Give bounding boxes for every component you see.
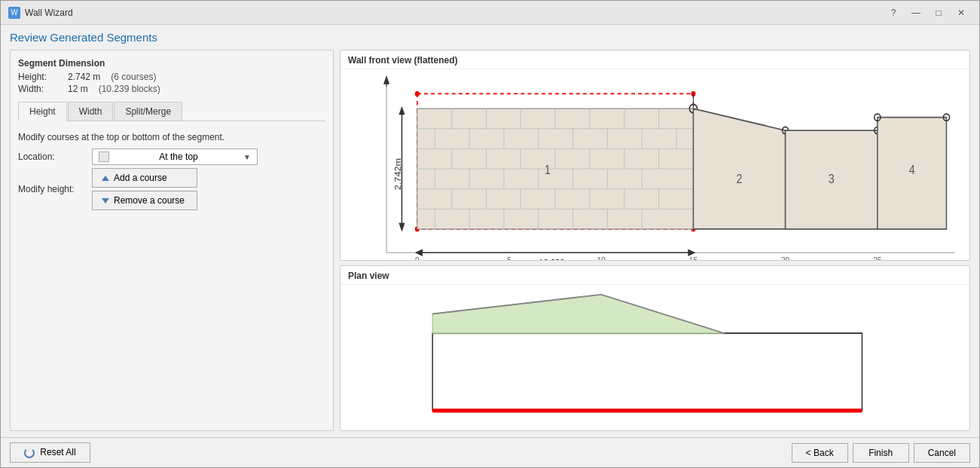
- maximize-button[interactable]: □: [928, 5, 949, 21]
- down-arrow-icon: [102, 198, 109, 203]
- height-value: 2.742 m: [68, 72, 100, 82]
- reset-all-button[interactable]: Reset All: [10, 442, 90, 463]
- tab-width[interactable]: Width: [68, 102, 114, 121]
- course-buttons: Add a course Remove a course: [92, 168, 197, 210]
- svg-text:20: 20: [781, 255, 789, 261]
- svg-text:15: 15: [689, 255, 698, 261]
- left-panel: Segment Dimension Height: 2.742 m (6 cou…: [10, 50, 334, 431]
- app-icon: W: [8, 7, 20, 19]
- width-value: 12 m: [68, 84, 88, 94]
- svg-text:10: 10: [597, 255, 606, 261]
- remove-course-button[interactable]: Remove a course: [92, 191, 197, 210]
- window-controls: ? — □ ✕: [883, 5, 972, 21]
- main-content: Review Generated Segments Segment Dimens…: [1, 25, 979, 437]
- height-extra: (6 courses): [111, 72, 156, 82]
- svg-text:0: 0: [415, 255, 420, 261]
- window-title: Wall Wizard: [25, 8, 883, 18]
- svg-marker-69: [383, 75, 389, 84]
- finish-button[interactable]: Finish: [853, 443, 909, 463]
- segment-1-label: 1: [545, 163, 551, 176]
- width-label: Width:: [18, 84, 63, 94]
- remove-course-label: Remove a course: [114, 195, 185, 206]
- location-value: At the top: [159, 151, 197, 162]
- segment-dimension-section: Segment Dimension Height: 2.742 m (6 cou…: [18, 58, 325, 96]
- tab-height[interactable]: Height: [18, 102, 67, 121]
- width-row: Width: 12 m (10.239 blocks): [18, 84, 325, 94]
- close-button[interactable]: ✕: [951, 5, 972, 21]
- add-course-button[interactable]: Add a course: [92, 168, 197, 188]
- svg-marker-66: [398, 106, 405, 115]
- svg-text:25: 25: [873, 255, 881, 261]
- reset-label: Reset All: [40, 447, 75, 457]
- bottom-bar: Reset All < Back Finish Cancel: [1, 437, 979, 467]
- segment-2-label: 2: [737, 172, 743, 185]
- width-dimension: 12.000m: [539, 257, 572, 261]
- location-field-row: Location: At the top ▼: [18, 148, 325, 165]
- plan-view-box: Plan view: [340, 265, 970, 431]
- minimize-button[interactable]: —: [905, 5, 927, 21]
- back-button[interactable]: < Back: [792, 443, 848, 463]
- chevron-down-icon: ▼: [243, 153, 251, 161]
- svg-marker-80: [432, 295, 724, 333]
- help-button[interactable]: ?: [883, 5, 904, 21]
- front-view-title: Wall front view (flattened): [340, 50, 969, 69]
- modify-height-row: Modify height: Add a course Remove a cou…: [18, 168, 325, 210]
- add-course-label: Add a course: [114, 173, 167, 183]
- height-dimension: 2.742m: [393, 158, 403, 190]
- svg-point-3: [415, 91, 420, 96]
- modify-height-label: Modify height:: [18, 184, 86, 194]
- window: W Wall Wizard ? — □ ✕ Review Generated S…: [0, 0, 980, 468]
- front-view-box: Wall front view (flattened): [340, 50, 970, 261]
- location-dropdown[interactable]: At the top ▼: [92, 148, 258, 165]
- svg-marker-67: [398, 223, 405, 232]
- tab-content: Modify courses at the top or bottom of t…: [18, 127, 325, 210]
- segment-4-label: 4: [909, 163, 915, 176]
- modify-description: Modify courses at the top or bottom of t…: [18, 132, 325, 142]
- height-row: Height: 2.742 m (6 courses): [18, 72, 325, 82]
- bottom-right: < Back Finish Cancel: [792, 443, 970, 463]
- width-extra: (10.239 blocks): [99, 84, 160, 94]
- svg-rect-79: [432, 333, 862, 411]
- segment-3-label: 3: [829, 172, 835, 185]
- height-label: Height:: [18, 72, 63, 82]
- plan-view-title: Plan view: [340, 266, 969, 285]
- bottom-left: Reset All: [10, 442, 90, 463]
- front-view-svg: 1 2 3: [340, 69, 969, 261]
- cancel-button[interactable]: Cancel: [914, 443, 970, 463]
- page-title: Review Generated Segments: [10, 31, 970, 44]
- title-bar: W Wall Wizard ? — □ ✕: [1, 1, 979, 25]
- plan-view-svg: [340, 285, 969, 431]
- right-panel: Wall front view (flattened): [340, 50, 970, 431]
- tab-splitmerge[interactable]: Split/Merge: [114, 102, 182, 121]
- up-arrow-icon: [102, 176, 109, 181]
- svg-marker-58: [693, 109, 785, 229]
- table-icon: [99, 151, 109, 162]
- svg-text:5: 5: [507, 255, 511, 261]
- content-area: Segment Dimension Height: 2.742 m (6 cou…: [10, 50, 970, 431]
- location-label: Location:: [18, 151, 86, 162]
- reset-icon: [24, 448, 35, 458]
- tab-bar: Height Width Split/Merge: [18, 102, 325, 121]
- segment-dimension-title: Segment Dimension: [18, 58, 325, 69]
